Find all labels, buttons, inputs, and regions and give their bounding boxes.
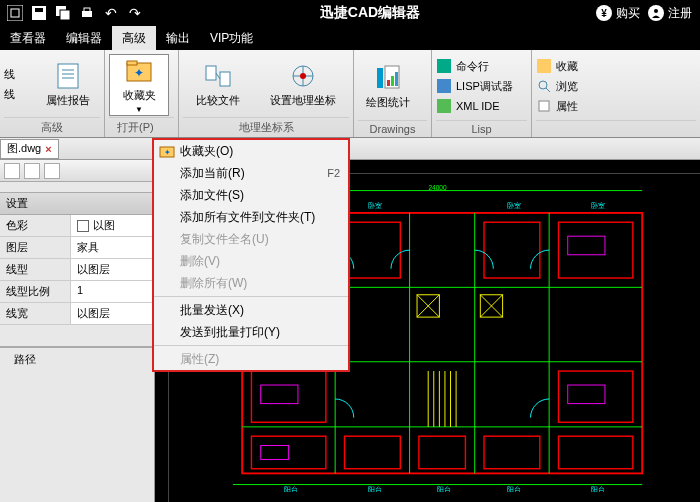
svg-text:✦: ✦: [134, 66, 144, 80]
section-settings[interactable]: 设置: [0, 192, 154, 215]
fav-small-icon: [536, 58, 552, 74]
browse-button[interactable]: 浏览: [536, 77, 696, 95]
svg-rect-49: [558, 371, 632, 422]
report-icon: [53, 61, 83, 91]
checkbox-icon[interactable]: [77, 220, 89, 232]
line-button-1[interactable]: 线: [4, 66, 34, 84]
svg-rect-24: [387, 80, 390, 86]
lineweight-value[interactable]: 以图层: [70, 303, 154, 324]
cmdline-button[interactable]: 命令行: [436, 57, 527, 75]
prop-row-ltscale: 线型比例 1: [0, 281, 154, 303]
svg-rect-9: [58, 64, 78, 88]
geo-icon: [288, 61, 318, 91]
property-report-label: 属性报告: [46, 93, 90, 108]
xml-icon: [436, 98, 452, 114]
menu-vip[interactable]: VIP功能: [200, 26, 263, 50]
svg-text:卧室: 卧室: [507, 201, 521, 210]
favorites-button[interactable]: ✦ 收藏夹 ▼: [109, 54, 169, 116]
svg-rect-5: [60, 10, 70, 20]
redo-icon[interactable]: ↷: [126, 4, 144, 22]
svg-rect-3: [35, 8, 43, 12]
panel-tool-2[interactable]: [24, 163, 40, 179]
set-geo-button[interactable]: 设置地理坐标: [262, 54, 344, 116]
panel-toolbar: [0, 160, 154, 182]
document-tab[interactable]: 图.dwg ×: [0, 139, 59, 159]
title-bar: ↶ ↷ 迅捷CAD编辑器 ¥ 购买 注册: [0, 0, 700, 26]
prop-button[interactable]: 属性: [536, 97, 696, 115]
svg-text:阳台: 阳台: [284, 485, 298, 492]
prop-icon: [536, 98, 552, 114]
svg-rect-47: [558, 222, 632, 278]
dd-batch-send[interactable]: 批量发送(X): [154, 299, 348, 321]
close-tab-icon[interactable]: ×: [45, 143, 51, 155]
svg-rect-33: [539, 101, 549, 111]
svg-text:阳台: 阳台: [591, 485, 605, 492]
svg-rect-45: [344, 222, 400, 278]
app-icon: [6, 4, 24, 22]
undo-icon[interactable]: ↶: [102, 4, 120, 22]
dd-properties: 属性(Z): [154, 348, 348, 370]
panel-footer: 路径: [0, 347, 154, 371]
svg-point-21: [300, 73, 306, 79]
properties-panel: 设置 色彩 以图 图层 家具 线型 以图层 线型比例 1 线宽 以图层: [0, 160, 155, 502]
dd-copy-name: 复制文件全名(U): [154, 228, 348, 250]
svg-text:✦: ✦: [164, 148, 171, 157]
linetype-value[interactable]: 以图层: [70, 259, 154, 280]
svg-rect-14: [127, 61, 137, 65]
path-label: 路径: [14, 352, 36, 367]
prop-row-linetype: 线型 以图层: [0, 259, 154, 281]
menu-editor[interactable]: 编辑器: [56, 26, 112, 50]
dd-add-current[interactable]: 添加当前(R) F2: [154, 162, 348, 184]
svg-point-31: [539, 81, 547, 89]
register-label: 注册: [668, 5, 692, 22]
dd-delete: 删除(V): [154, 250, 348, 272]
svg-rect-46: [484, 222, 540, 278]
dd-batch-print[interactable]: 发送到批量打印(Y): [154, 321, 348, 343]
layer-value[interactable]: 家具: [70, 237, 154, 258]
svg-rect-29: [437, 99, 451, 113]
register-button[interactable]: 注册: [648, 5, 692, 22]
svg-rect-28: [437, 79, 451, 93]
svg-point-8: [654, 9, 658, 13]
document-tab-bar: 图.dwg ×: [0, 138, 700, 160]
svg-rect-22: [377, 68, 383, 88]
line-button-2[interactable]: 线: [4, 86, 34, 104]
chevron-down-icon: ▼: [135, 105, 143, 114]
svg-rect-27: [437, 59, 451, 73]
svg-text:卧室: 卧室: [591, 201, 605, 210]
ribbon: 线 线 属性报告 高级 ✦ 收藏夹 ▼ 打开(P): [0, 50, 700, 138]
lisp-debug-button[interactable]: LISP调试器: [436, 77, 527, 95]
buy-button[interactable]: ¥ 购买: [596, 5, 640, 22]
fav-small-button[interactable]: 收藏: [536, 57, 696, 75]
menu-advanced[interactable]: 高级: [112, 26, 156, 50]
lisp-icon: [436, 78, 452, 94]
svg-rect-0: [7, 5, 23, 21]
svg-text:阳台: 阳台: [507, 485, 521, 492]
svg-rect-30: [537, 59, 551, 73]
property-report-button[interactable]: 属性报告: [38, 54, 98, 116]
panel-tool-1[interactable]: [4, 163, 20, 179]
dd-add-all[interactable]: 添加所有文件到文件夹(T): [154, 206, 348, 228]
favorites-icon: ✦: [124, 56, 154, 86]
dd-favorites[interactable]: ✦ 收藏夹(O): [154, 140, 348, 162]
color-value[interactable]: 以图: [70, 215, 154, 236]
favorites-dropdown: ✦ 收藏夹(O) 添加当前(R) F2 添加文件(S) 添加所有文件到文件夹(T…: [152, 138, 350, 372]
dd-add-file[interactable]: 添加文件(S): [154, 184, 348, 206]
menu-output[interactable]: 输出: [156, 26, 200, 50]
xml-ide-button[interactable]: XML IDE: [436, 97, 527, 115]
drawing-stats-button[interactable]: 绘图统计: [358, 55, 418, 117]
save-all-icon[interactable]: [54, 4, 72, 22]
ltscale-value[interactable]: 1: [70, 281, 154, 302]
group-label-advanced: 高级: [4, 117, 100, 137]
compare-files-button[interactable]: 比较文件: [188, 54, 248, 116]
print-icon[interactable]: [78, 4, 96, 22]
save-icon[interactable]: [30, 4, 48, 22]
panel-tool-3[interactable]: [44, 163, 60, 179]
open-label[interactable]: 打开(P): [109, 117, 174, 137]
menu-viewer[interactable]: 查看器: [0, 26, 56, 50]
svg-rect-71: [261, 445, 289, 459]
folder-star-icon: ✦: [158, 142, 176, 160]
user-icon: [648, 5, 664, 21]
svg-text:阳台: 阳台: [368, 485, 382, 492]
favorites-label: 收藏夹: [123, 88, 156, 103]
